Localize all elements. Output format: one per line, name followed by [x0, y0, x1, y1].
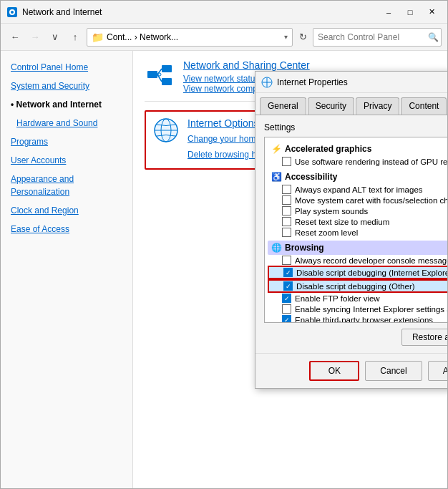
svg-point-2 — [11, 11, 14, 14]
group-browsing: 🌐 Browsing Always record developer conso… — [265, 239, 447, 323]
item-move-caret[interactable]: Move system caret with focus/selection c… — [268, 195, 447, 205]
path-sep: › — [135, 32, 140, 42]
dialog-body: Settings ⚡ Accelerated graphics Use soft… — [255, 115, 447, 353]
checkbox-disable-ie[interactable] — [283, 268, 293, 277]
search-input[interactable] — [318, 32, 425, 42]
dialog-footer: OK Cancel Apply — [255, 353, 447, 388]
window-title: Network and Internet — [22, 7, 379, 17]
search-bar: 🔍 — [313, 28, 442, 47]
cancel-button[interactable]: Cancel — [365, 361, 422, 381]
tab-content[interactable]: Content — [401, 97, 447, 115]
svg-rect-4 — [162, 65, 172, 72]
forward-button: → — [26, 29, 44, 46]
group-icon-accessibility: ♿ — [271, 171, 282, 183]
close-button[interactable]: ✕ — [422, 5, 442, 19]
svg-rect-3 — [147, 71, 157, 78]
item-disable-ie[interactable]: Disable script debugging (Internet Explo… — [268, 266, 447, 279]
folder-icon: 📁 — [92, 32, 104, 43]
item-play-sounds[interactable]: Play system sounds — [268, 205, 447, 216]
search-icon[interactable]: 🔍 — [428, 32, 439, 42]
maximize-button[interactable]: □ — [400, 5, 420, 19]
path-part1: Cont... — [107, 32, 132, 42]
window-controls: – □ ✕ — [379, 5, 442, 19]
item-enable-syncing-label: Enable syncing Internet Explorer setting… — [295, 305, 447, 314]
group-accelerated-header: ⚡ Accelerated graphics — [268, 142, 447, 156]
checkbox-software-rendering[interactable] — [282, 157, 291, 166]
dialog-icon — [261, 77, 273, 88]
item-reset-text[interactable]: Reset text size to medium — [268, 216, 447, 227]
group-icon-browsing: 🌐 — [271, 242, 282, 253]
address-path: Cont... › Network... — [107, 32, 281, 42]
item-disable-ie-label: Disable script debugging (Internet Explo… — [296, 268, 447, 277]
item-record-console[interactable]: Always record developer console messages — [268, 255, 447, 266]
sidebar-item-system-security[interactable]: System and Security — [1, 77, 132, 95]
sidebar: Control Panel Home System and Security N… — [1, 51, 133, 488]
checkbox-move-caret[interactable] — [282, 195, 291, 205]
checkbox-record-console[interactable] — [282, 256, 291, 265]
address-dropdown-icon[interactable]: ▾ — [284, 33, 288, 41]
item-third-party-label: Enable third-party browser extensions — [295, 316, 433, 324]
item-enable-syncing[interactable]: Enable syncing Internet Explorer setting… — [268, 304, 447, 314]
item-reset-zoom-label: Reset zoom level — [295, 228, 358, 237]
minimize-button[interactable]: – — [379, 5, 399, 19]
checkbox-enable-ftp[interactable] — [282, 294, 291, 303]
group-accessibility: ♿ Accessibility Always expand ALT text f… — [265, 168, 447, 239]
restore-advanced-button[interactable]: Restore advanced settings — [401, 329, 447, 346]
dialog-tabs: General Security Privacy Content Connect… — [255, 93, 447, 115]
apply-button[interactable]: Apply — [428, 361, 447, 381]
sidebar-item-appearance[interactable]: Appearance and Personalization — [1, 170, 132, 201]
main-panel: Network and Sharing Center View network … — [133, 51, 447, 488]
sidebar-item-user-accounts[interactable]: User Accounts — [1, 151, 132, 170]
down-button[interactable]: ∨ — [47, 29, 64, 46]
settings-list[interactable]: ⚡ Accelerated graphics Use software rend… — [264, 137, 447, 323]
group-icon-accelerated: ⚡ — [271, 143, 282, 155]
checkbox-enable-syncing[interactable] — [282, 304, 291, 314]
tab-security[interactable]: Security — [308, 97, 354, 115]
network-sharing-icon — [145, 59, 175, 89]
checkbox-reset-zoom[interactable] — [282, 228, 291, 237]
sidebar-item-hardware-sound[interactable]: Hardware and Sound — [1, 114, 132, 132]
dialog-title-bar: Internet Properties ? ✕ — [255, 72, 447, 93]
toolbar: ← → ∨ ↑ 📁 Cont... › Network... ▾ ↻ 🔍 — [1, 24, 447, 51]
dialog-title: Internet Properties — [277, 77, 447, 87]
back-button[interactable]: ← — [6, 29, 24, 46]
group-accelerated: ⚡ Accelerated graphics Use software rend… — [265, 140, 447, 168]
up-button[interactable]: ↑ — [67, 29, 84, 46]
group-accessibility-label: Accessibility — [285, 172, 337, 182]
item-expand-alt[interactable]: Always expand ALT text for images — [268, 184, 447, 195]
item-expand-alt-label: Always expand ALT text for images — [295, 185, 423, 194]
group-browsing-header: 🌐 Browsing — [268, 241, 447, 255]
checkbox-play-sounds[interactable] — [282, 206, 291, 216]
path-part2: Network... — [140, 32, 178, 42]
checkbox-third-party[interactable] — [282, 315, 291, 323]
tab-general[interactable]: General — [260, 97, 306, 115]
group-accelerated-label: Accelerated graphics — [285, 144, 371, 154]
item-move-caret-label: Move system caret with focus/selection c… — [295, 196, 447, 205]
item-reset-zoom[interactable]: Reset zoom level — [268, 227, 447, 238]
sidebar-item-clock-region[interactable]: Clock and Region — [1, 201, 132, 220]
internet-options-icon — [153, 117, 179, 143]
item-enable-ftp-label: Enable FTP folder view — [295, 294, 380, 303]
restore-btn-row: Restore advanced settings — [264, 329, 447, 346]
checkbox-reset-text[interactable] — [282, 217, 291, 226]
tab-privacy[interactable]: Privacy — [356, 97, 399, 115]
sidebar-item-programs[interactable]: Programs — [1, 132, 132, 151]
sidebar-item-network-internet: Network and Internet — [1, 95, 132, 114]
svg-point-8 — [158, 73, 161, 76]
item-disable-other[interactable]: Disable script debugging (Other) — [268, 279, 447, 293]
content-area: Control Panel Home System and Security N… — [1, 51, 447, 488]
group-browsing-label: Browsing — [285, 243, 324, 253]
sidebar-item-ease-access[interactable]: Ease of Access — [1, 220, 132, 238]
main-window: Network and Internet – □ ✕ ← → ∨ ↑ 📁 Con… — [0, 0, 448, 489]
item-software-rendering[interactable]: Use software rendering instead of GPU re… — [268, 156, 447, 167]
sidebar-item-control-panel-home[interactable]: Control Panel Home — [1, 58, 132, 77]
refresh-button[interactable]: ↻ — [296, 30, 310, 44]
item-enable-ftp[interactable]: Enable FTP folder view — [268, 293, 447, 304]
item-third-party[interactable]: Enable third-party browser extensions — [268, 314, 447, 323]
address-bar[interactable]: 📁 Cont... › Network... ▾ — [87, 28, 293, 47]
network-sharing-title[interactable]: Network and Sharing Center — [183, 59, 401, 71]
title-bar: Network and Internet – □ ✕ — [1, 1, 447, 24]
checkbox-disable-other[interactable] — [283, 281, 293, 291]
ok-button[interactable]: OK — [309, 361, 359, 381]
checkbox-expand-alt[interactable] — [282, 185, 291, 194]
